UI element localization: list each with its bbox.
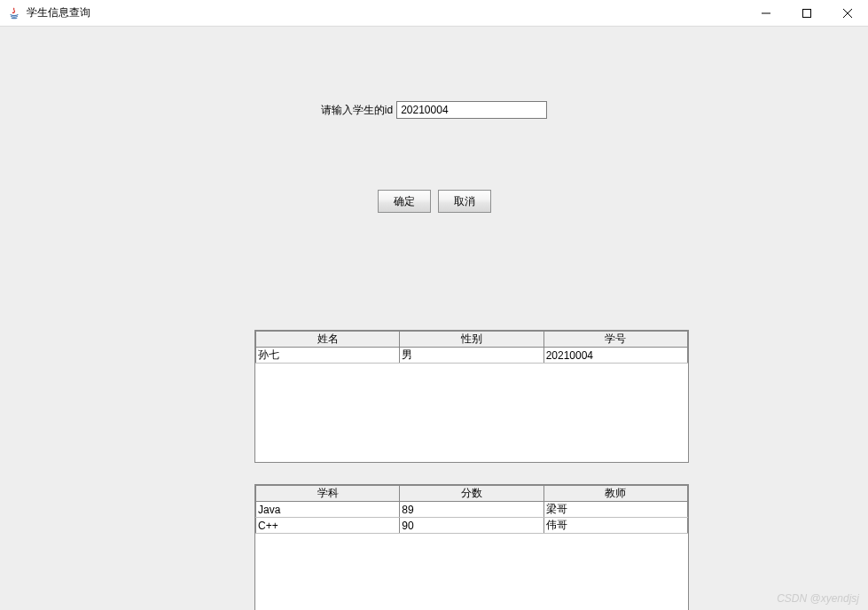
cell-teacher[interactable]: 梁哥: [543, 502, 687, 518]
student-id-input[interactable]: [396, 101, 547, 119]
watermark: CSDN @xyendjsj: [777, 592, 859, 605]
student-info-table[interactable]: 姓名 性别 学号 孙七 男 20210004: [254, 330, 689, 463]
table-row[interactable]: Java 89 梁哥: [256, 502, 688, 518]
col-gender: 性别: [400, 332, 543, 348]
java-app-icon: [7, 6, 21, 20]
minimize-button[interactable]: [746, 0, 786, 27]
window-controls: [746, 0, 868, 26]
close-button[interactable]: [827, 0, 868, 27]
window-title: 学生信息查询: [27, 5, 746, 20]
input-row: 请输入学生的id: [0, 101, 868, 119]
col-id: 学号: [543, 332, 687, 348]
svg-rect-1: [803, 10, 811, 18]
table-header-row: 学科 分数 教师: [256, 486, 688, 502]
table-row[interactable]: C++ 90 伟哥: [256, 518, 688, 534]
cell-subject[interactable]: C++: [256, 518, 400, 534]
title-bar: 学生信息查询: [0, 0, 868, 27]
score-table[interactable]: 学科 分数 教师 Java 89 梁哥 C++ 90 伟哥: [254, 484, 689, 610]
maximize-button[interactable]: [786, 0, 827, 27]
content-area: 请输入学生的id 确定 取消 姓名 性别 学号 孙七 男 20210004: [0, 27, 868, 610]
student-id-label: 请输入学生的id: [321, 103, 393, 118]
cell-teacher[interactable]: 伟哥: [543, 518, 687, 534]
col-name: 姓名: [256, 332, 400, 348]
cell-score[interactable]: 90: [400, 518, 543, 534]
cell-name[interactable]: 孙七: [256, 348, 400, 364]
table-header-row: 姓名 性别 学号: [256, 332, 688, 348]
col-teacher: 教师: [543, 486, 687, 502]
cell-score[interactable]: 89: [400, 502, 543, 518]
col-subject: 学科: [256, 486, 400, 502]
col-score: 分数: [400, 486, 543, 502]
cell-id[interactable]: 20210004: [543, 348, 687, 364]
table-row[interactable]: 孙七 男 20210004: [256, 348, 688, 364]
cell-subject[interactable]: Java: [256, 502, 400, 518]
cell-gender[interactable]: 男: [400, 348, 543, 364]
ok-button[interactable]: 确定: [378, 190, 431, 213]
button-row: 确定 取消: [0, 190, 868, 213]
cancel-button[interactable]: 取消: [438, 190, 491, 213]
